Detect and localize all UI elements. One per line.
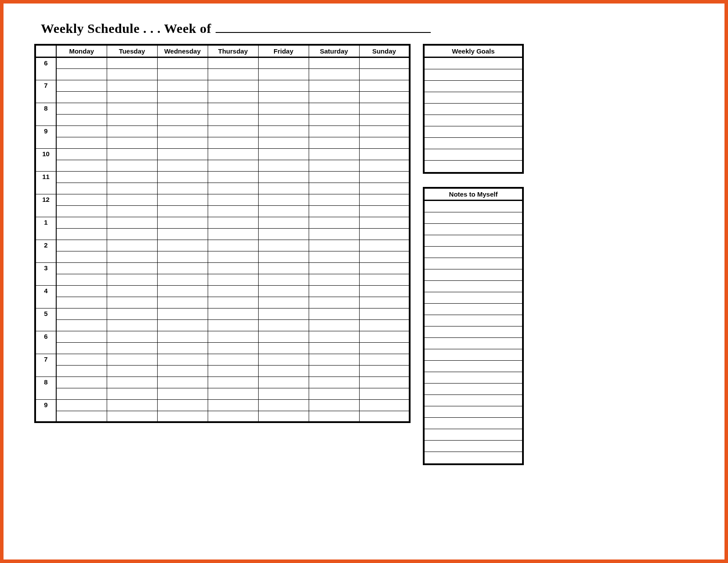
schedule-cell[interactable] — [309, 319, 359, 331]
schedule-cell[interactable] — [258, 297, 309, 308]
schedule-cell[interactable] — [208, 285, 258, 297]
schedule-cell[interactable] — [107, 205, 157, 217]
schedule-cell[interactable] — [258, 205, 309, 217]
schedule-cell[interactable] — [208, 183, 258, 194]
schedule-cell[interactable] — [359, 308, 410, 319]
schedule-cell[interactable] — [258, 274, 309, 285]
schedule-cell[interactable] — [107, 68, 157, 80]
note-line[interactable] — [425, 372, 522, 384]
schedule-cell[interactable] — [359, 91, 410, 103]
schedule-cell[interactable] — [157, 126, 208, 137]
schedule-cell[interactable] — [157, 80, 208, 91]
schedule-cell[interactable] — [309, 251, 359, 262]
schedule-cell[interactable] — [208, 217, 258, 228]
schedule-cell[interactable] — [56, 274, 107, 285]
note-line[interactable] — [425, 338, 522, 349]
schedule-cell[interactable] — [157, 308, 208, 319]
note-line[interactable] — [425, 395, 522, 406]
week-of-input-line[interactable] — [216, 23, 431, 33]
schedule-cell[interactable] — [359, 228, 410, 240]
schedule-cell[interactable] — [157, 205, 208, 217]
schedule-cell[interactable] — [107, 171, 157, 183]
schedule-cell[interactable] — [157, 411, 208, 422]
note-line[interactable] — [425, 304, 522, 315]
schedule-cell[interactable] — [157, 297, 208, 308]
schedule-cell[interactable] — [56, 160, 107, 171]
schedule-cell[interactable] — [56, 171, 107, 183]
schedule-cell[interactable] — [107, 331, 157, 342]
schedule-cell[interactable] — [107, 91, 157, 103]
note-line[interactable] — [425, 406, 522, 418]
schedule-cell[interactable] — [258, 331, 309, 342]
note-line[interactable] — [425, 384, 522, 395]
schedule-cell[interactable] — [359, 205, 410, 217]
schedule-cell[interactable] — [157, 354, 208, 365]
schedule-cell[interactable] — [107, 160, 157, 171]
schedule-cell[interactable] — [359, 137, 410, 148]
schedule-cell[interactable] — [258, 126, 309, 137]
schedule-cell[interactable] — [107, 411, 157, 422]
schedule-cell[interactable] — [107, 103, 157, 114]
schedule-cell[interactable] — [309, 274, 359, 285]
schedule-cell[interactable] — [107, 354, 157, 365]
schedule-cell[interactable] — [258, 57, 309, 68]
schedule-cell[interactable] — [359, 342, 410, 354]
schedule-cell[interactable] — [107, 228, 157, 240]
note-line[interactable] — [425, 326, 522, 338]
schedule-cell[interactable] — [107, 365, 157, 377]
schedule-cell[interactable] — [359, 399, 410, 411]
schedule-cell[interactable] — [309, 399, 359, 411]
schedule-cell[interactable] — [56, 388, 107, 399]
schedule-cell[interactable] — [208, 377, 258, 388]
schedule-cell[interactable] — [359, 114, 410, 126]
note-line[interactable] — [425, 452, 522, 463]
schedule-cell[interactable] — [56, 148, 107, 160]
schedule-cell[interactable] — [359, 126, 410, 137]
schedule-cell[interactable] — [309, 308, 359, 319]
schedule-cell[interactable] — [56, 240, 107, 251]
note-line[interactable] — [425, 292, 522, 304]
schedule-cell[interactable] — [208, 91, 258, 103]
schedule-cell[interactable] — [359, 388, 410, 399]
schedule-cell[interactable] — [309, 57, 359, 68]
note-line[interactable] — [425, 281, 522, 292]
schedule-cell[interactable] — [309, 240, 359, 251]
schedule-cell[interactable] — [258, 148, 309, 160]
schedule-cell[interactable] — [258, 217, 309, 228]
schedule-cell[interactable] — [359, 183, 410, 194]
schedule-cell[interactable] — [107, 377, 157, 388]
schedule-cell[interactable] — [359, 68, 410, 80]
schedule-cell[interactable] — [107, 319, 157, 331]
schedule-cell[interactable] — [56, 399, 107, 411]
schedule-cell[interactable] — [309, 160, 359, 171]
schedule-cell[interactable] — [107, 217, 157, 228]
schedule-cell[interactable] — [258, 80, 309, 91]
schedule-cell[interactable] — [258, 103, 309, 114]
schedule-cell[interactable] — [208, 411, 258, 422]
schedule-cell[interactable] — [258, 228, 309, 240]
schedule-cell[interactable] — [56, 285, 107, 297]
schedule-cell[interactable] — [56, 297, 107, 308]
note-line[interactable] — [425, 315, 522, 326]
schedule-cell[interactable] — [258, 365, 309, 377]
schedule-cell[interactable] — [157, 217, 208, 228]
schedule-cell[interactable] — [359, 148, 410, 160]
schedule-cell[interactable] — [157, 228, 208, 240]
schedule-cell[interactable] — [208, 354, 258, 365]
schedule-cell[interactable] — [56, 126, 107, 137]
schedule-cell[interactable] — [309, 205, 359, 217]
schedule-cell[interactable] — [208, 297, 258, 308]
schedule-cell[interactable] — [208, 251, 258, 262]
schedule-cell[interactable] — [258, 68, 309, 80]
schedule-cell[interactable] — [107, 297, 157, 308]
note-line[interactable] — [425, 235, 522, 247]
schedule-cell[interactable] — [309, 194, 359, 205]
schedule-cell[interactable] — [157, 365, 208, 377]
schedule-cell[interactable] — [107, 285, 157, 297]
schedule-cell[interactable] — [309, 68, 359, 80]
schedule-cell[interactable] — [258, 342, 309, 354]
schedule-cell[interactable] — [208, 80, 258, 91]
schedule-cell[interactable] — [309, 103, 359, 114]
schedule-cell[interactable] — [107, 114, 157, 126]
note-line[interactable] — [425, 201, 522, 212]
